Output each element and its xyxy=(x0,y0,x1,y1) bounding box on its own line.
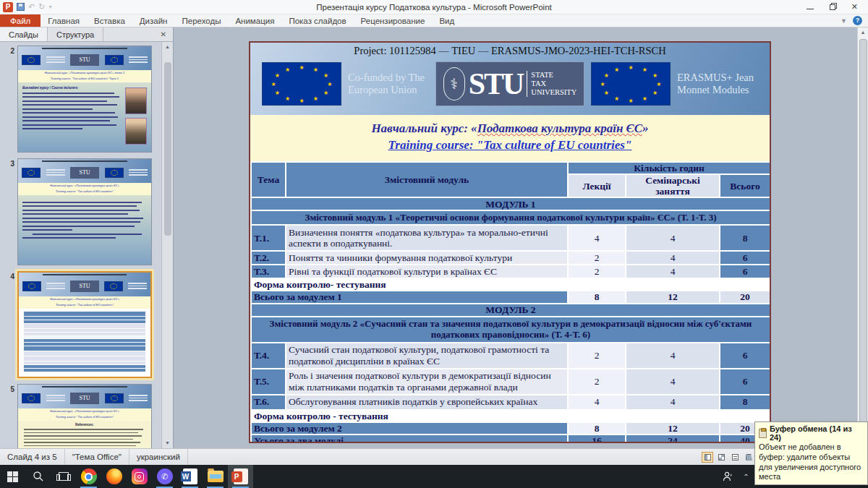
taskbar-viber[interactable]: ✆ xyxy=(152,465,177,488)
taskbar-powerpoint[interactable]: P xyxy=(228,465,253,488)
thumb-header-band: STU xyxy=(18,385,151,408)
thumb-title-strip: Навчальний курс: «Податкова культура кра… xyxy=(18,408,151,421)
course-title-en: Training course: "Tax culture of EU coun… xyxy=(250,138,770,153)
taskbar-explorer[interactable] xyxy=(203,465,228,488)
slide-header-band: Project: 101125984 — TIEU — ERASMUS-JMO-… xyxy=(250,43,770,115)
eu-flag-icon xyxy=(105,55,124,65)
eu-flag-icon xyxy=(22,281,41,291)
restore-button[interactable] xyxy=(830,4,835,10)
viber-icon: ✆ xyxy=(157,468,173,484)
ribbon-tab-design[interactable]: Дизайн xyxy=(132,14,175,27)
col-header-module: Змістовний модуль xyxy=(286,162,568,197)
thumbnail-slide-5[interactable]: 5 STU Навчальний курс: «Податкова культу… xyxy=(3,384,158,448)
ribbon-tab-slideshow[interactable]: Показ слайдов xyxy=(281,14,353,27)
slide-number: 5 xyxy=(3,384,14,448)
thumbnail-slide-3[interactable]: 3 STU Навчальний курс: «Податкова культу… xyxy=(3,158,158,265)
control-form-row: Форма контролю - тестування xyxy=(251,410,770,422)
close-button[interactable]: ✕ xyxy=(851,3,858,11)
ribbon-tab-review[interactable]: Рецензирование xyxy=(354,14,433,27)
tray-expand-icon[interactable]: ⌃ xyxy=(743,473,749,481)
reading-view-button[interactable] xyxy=(729,452,741,463)
grand-total-row: Усього за два модулі 16 24 40 xyxy=(251,435,770,443)
panel-close-icon[interactable]: ✕ xyxy=(154,27,173,41)
window-controls: ✕ xyxy=(807,3,868,11)
module1-header: МОДУЛЬ 1 xyxy=(251,197,770,210)
powerpoint-icon: P xyxy=(234,468,248,484)
redo-icon[interactable]: ↻ xyxy=(38,3,45,11)
search-button[interactable] xyxy=(25,465,51,488)
help-icon[interactable]: ? xyxy=(853,16,862,25)
scrollbar-thumb[interactable] xyxy=(164,62,171,236)
col-header-hours: Кількість годин xyxy=(568,162,770,174)
thumbnail-list: 2 STU Навчальний курс: «Податкова культу… xyxy=(0,42,173,448)
ribbon-tab-file[interactable]: Файл xyxy=(0,14,41,27)
ribbon-tab-transitions[interactable]: Переходы xyxy=(174,14,228,27)
thumb-body-heading: Викладачі курсу / Course lecturers: xyxy=(22,86,122,90)
sidebar-scrollbar[interactable]: ▲ ▼ xyxy=(161,42,173,448)
search-icon xyxy=(33,471,44,482)
ribbon-tab-home[interactable]: Главная xyxy=(41,14,87,27)
view-buttons xyxy=(702,452,754,463)
ribbon-tab-animations[interactable]: Анимация xyxy=(228,14,281,27)
taskbar-instagram[interactable] xyxy=(127,465,152,488)
task-view-button[interactable] xyxy=(51,465,76,488)
window-title: Презентація курсу Податкова культура - M… xyxy=(0,3,868,12)
panel-tab-strip: Слайды Структура ✕ xyxy=(0,27,173,42)
slides-panel: Слайды Структура ✕ 2 STU xyxy=(0,27,174,448)
windows-taskbar: ✆ W P ⌃ УКР 18:59 06.10.2025 1 xyxy=(0,465,868,488)
thumb-mini-table xyxy=(19,309,150,377)
slide-title-band: Навчальний курс: «Податкова культура кра… xyxy=(250,115,770,161)
table-row: Т.1. Визначення поняття «податкова культ… xyxy=(251,225,770,251)
stu-logo: ⚕ STU STATE TAX UNIVERSITY xyxy=(435,61,584,106)
theme-name[interactable]: "Тема Office" xyxy=(65,449,129,465)
expand-ribbon-icon[interactable]: ▼ xyxy=(841,17,847,25)
people-icon[interactable] xyxy=(723,471,734,481)
module2-header: МОДУЛЬ 2 xyxy=(251,304,770,317)
table-row: Т.4. Сучасний стан податкової культури, … xyxy=(251,343,770,369)
tab-slides[interactable]: Слайды xyxy=(0,27,48,41)
slide-sorter-button[interactable] xyxy=(715,452,727,463)
scroll-up-icon[interactable]: ▲ xyxy=(165,42,170,52)
stu-logo: STU xyxy=(70,393,99,404)
eu-caption-left: Co-funded by The European Union xyxy=(348,72,429,97)
ribbon-tab-insert[interactable]: Вставка xyxy=(87,14,132,27)
thumb-title-strip: Навчальний курс: «Податкова культура кра… xyxy=(18,70,151,82)
taskbar-chrome[interactable] xyxy=(76,465,101,488)
control-form-row: Форма контролю- тестування xyxy=(251,278,770,291)
normal-view-button[interactable] xyxy=(702,452,713,463)
table-row: Т.2. Поняття та чинники формування подат… xyxy=(251,251,770,265)
module1-total-row: Всього за модулем 1 8 12 20 xyxy=(251,291,770,303)
taskbar-word[interactable]: W xyxy=(177,465,203,488)
minimize-button[interactable] xyxy=(807,9,814,9)
tab-outline[interactable]: Структура xyxy=(48,27,103,41)
qat-dropdown-icon[interactable]: ▾ xyxy=(48,4,51,10)
main-scrollbar[interactable]: ▲ ▲ ▼ xyxy=(857,27,868,448)
scroll-up-icon[interactable]: ▲ xyxy=(861,27,866,38)
eu-flag-icon xyxy=(22,393,41,403)
col-header-seminars: Семінарські заняття xyxy=(626,174,720,197)
slide-counter: Слайд 4 из 5 xyxy=(0,449,65,465)
module2-total-row: Всього за модулем 2 8 12 20 xyxy=(251,422,770,435)
language-indicator[interactable]: украинский xyxy=(129,449,188,465)
powerpoint-app-icon[interactable]: P xyxy=(3,2,13,12)
lecturer-photo xyxy=(125,118,147,145)
start-button[interactable] xyxy=(0,465,25,488)
table-row: Т.5. Роль і значення податкової культури… xyxy=(251,369,770,395)
current-slide[interactable]: Project: 101125984 — TIEU — ERASMUS-JMO-… xyxy=(249,41,771,443)
scroll-down-icon[interactable]: ▼ xyxy=(165,438,170,448)
thumbnail-slide-2[interactable]: 2 STU Навчальний курс: «Податкова культу… xyxy=(3,46,158,153)
thumbnail-slide-4-selected[interactable]: 4 STU Навчальний курс: «Податкова культу… xyxy=(3,271,158,378)
ribbon-tab-view[interactable]: Вид xyxy=(432,14,461,27)
ribbon-tab-strip: Файл Главная Вставка Дизайн Переходы Ани… xyxy=(0,14,868,27)
undo-icon[interactable]: ↶ xyxy=(28,3,35,11)
save-icon[interactable] xyxy=(17,3,25,11)
taskbar-firefox[interactable] xyxy=(101,465,127,488)
scrollbar-thumb[interactable] xyxy=(859,39,867,427)
thumb-header-band: STU xyxy=(18,159,151,183)
course-hours-table: Тема Змістовний модуль Кількість годин Л… xyxy=(250,161,771,443)
slideshow-button[interactable] xyxy=(743,452,754,463)
thumb-body-heading: References: xyxy=(24,423,145,427)
eu-flag-icon xyxy=(22,55,41,65)
eu-flag-icon: ★★★★★★★★★★★★ xyxy=(262,62,341,106)
module1-subheader: Змістовний модуль 1 «Теоретичні основи ф… xyxy=(251,210,770,225)
